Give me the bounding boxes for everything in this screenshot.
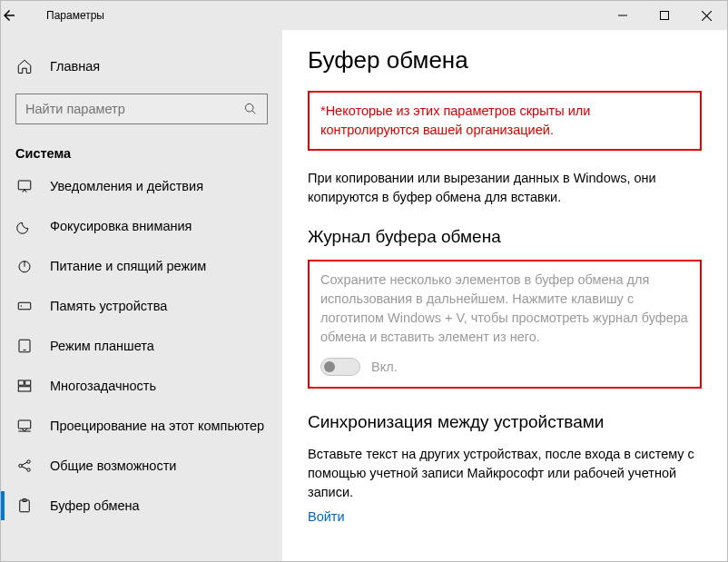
- toggle-knob: [324, 361, 335, 372]
- sync-heading: Синхронизация между устройствами: [308, 412, 702, 432]
- settings-window: Параметры Главная: [0, 0, 728, 562]
- search-input[interactable]: [25, 102, 236, 116]
- sidebar-item-tablet[interactable]: Режим планшета: [1, 326, 282, 366]
- back-arrow-icon: [1, 7, 17, 24]
- sidebar-item-label: Многозадачность: [50, 379, 156, 393]
- projecting-icon: [15, 418, 34, 434]
- history-toggle-row: Вкл.: [320, 358, 689, 376]
- sidebar-item-clipboard[interactable]: Буфер обмена: [1, 486, 282, 526]
- shared-icon: [15, 458, 34, 474]
- sidebar-item-label: Буфер обмена: [50, 498, 140, 513]
- sign-in-link[interactable]: Войти: [308, 509, 702, 524]
- search-wrap: [1, 86, 282, 133]
- sidebar-item-focus[interactable]: Фокусировка внимания: [1, 206, 282, 246]
- sidebar-item-multitask[interactable]: Многозадачность: [1, 366, 282, 406]
- svg-rect-7: [18, 380, 24, 385]
- close-icon: [702, 11, 712, 21]
- sidebar-home-label: Главная: [50, 59, 100, 74]
- sidebar-category: Система: [1, 133, 282, 166]
- svg-point-12: [27, 460, 30, 463]
- history-toggle: [320, 358, 360, 376]
- svg-point-13: [27, 468, 30, 471]
- tablet-icon: [15, 338, 34, 354]
- history-heading: Журнал буфера обмена: [308, 227, 702, 247]
- svg-rect-4: [18, 302, 31, 310]
- maximize-button[interactable]: [644, 1, 685, 30]
- svg-point-11: [19, 464, 22, 467]
- sync-desc: Вставьте текст на других устройствах, по…: [308, 445, 702, 502]
- history-section: Сохраните несколько элементов в буфер об…: [308, 260, 702, 389]
- svg-rect-9: [18, 387, 31, 391]
- sidebar-item-shared[interactable]: Общие возможности: [1, 446, 282, 486]
- svg-rect-2: [18, 181, 31, 190]
- maximize-icon: [660, 11, 669, 20]
- home-icon: [15, 58, 34, 74]
- page-title: Буфер обмена: [308, 46, 702, 74]
- sidebar-home[interactable]: Главная: [1, 46, 282, 86]
- close-button[interactable]: [685, 1, 727, 30]
- storage-icon: [15, 298, 34, 314]
- sidebar-item-label: Общие возможности: [50, 458, 176, 473]
- svg-point-1: [245, 104, 253, 112]
- window-title: Параметры: [43, 9, 104, 22]
- org-notice-text: *Некоторые из этих параметров скрыты или…: [320, 102, 689, 140]
- sidebar-item-label: Питание и спящий режим: [50, 259, 206, 273]
- notifications-icon: [15, 178, 34, 194]
- sidebar-item-power[interactable]: Питание и спящий режим: [1, 246, 282, 286]
- sidebar-item-label: Проецирование на этот компьютер: [50, 419, 264, 433]
- back-button[interactable]: [1, 7, 43, 24]
- history-desc: Сохраните несколько элементов в буфер об…: [320, 271, 689, 347]
- multitask-icon: [15, 378, 34, 394]
- sidebar-item-storage[interactable]: Память устройства: [1, 286, 282, 326]
- svg-rect-8: [25, 380, 31, 385]
- sidebar-item-label: Фокусировка внимания: [50, 219, 192, 233]
- minimize-button[interactable]: [602, 1, 644, 30]
- clipboard-icon: [15, 498, 34, 514]
- sidebar-item-label: Режим планшета: [50, 339, 154, 353]
- svg-point-5: [21, 305, 23, 307]
- history-toggle-label: Вкл.: [371, 360, 398, 374]
- moon-icon: [15, 218, 34, 234]
- minimize-icon: [618, 11, 627, 20]
- search-icon: [243, 102, 258, 116]
- intro-text: При копировании или вырезании данных в W…: [308, 169, 702, 207]
- org-notice-box: *Некоторые из этих параметров скрыты или…: [308, 91, 702, 151]
- sidebar: Главная Система Уведомления и действия: [1, 30, 282, 561]
- content: Буфер обмена *Некоторые из этих параметр…: [282, 30, 727, 561]
- titlebar: Параметры: [1, 1, 727, 30]
- svg-rect-10: [18, 420, 31, 429]
- body: Главная Система Уведомления и действия: [1, 30, 727, 561]
- sidebar-item-label: Память устройства: [50, 299, 167, 313]
- search-box[interactable]: [15, 94, 268, 124]
- power-icon: [15, 258, 34, 274]
- sidebar-item-notifications[interactable]: Уведомления и действия: [1, 166, 282, 206]
- svg-rect-0: [661, 12, 669, 20]
- sidebar-item-projecting[interactable]: Проецирование на этот компьютер: [1, 406, 282, 446]
- sidebar-item-label: Уведомления и действия: [50, 179, 203, 193]
